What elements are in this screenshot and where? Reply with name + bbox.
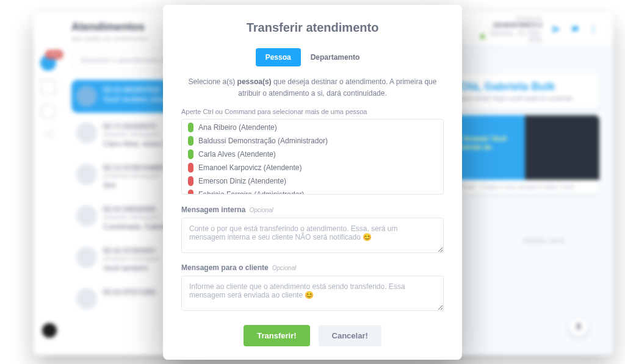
- person-option[interactable]: Emerson Diniz (Atendente): [182, 174, 443, 188]
- svg-point-0: [593, 26, 594, 27]
- chat-icon[interactable]: [571, 24, 580, 35]
- modal-tabs: Pessoa Departamento: [181, 48, 444, 66]
- avatar: [76, 164, 97, 185]
- person-option[interactable]: Ana Ribeiro (Atendente): [182, 121, 443, 134]
- online-dot-icon: [480, 34, 485, 39]
- person-option[interactable]: Baldussi Demonstração (Administrador): [182, 134, 443, 148]
- transfer-modal: Transferir atendimento Pessoa Departamen…: [163, 5, 462, 360]
- nav-rail: 2454: [34, 12, 63, 355]
- presence-pill-icon: [188, 176, 193, 186]
- rail-icon[interactable]: [40, 79, 56, 95]
- modal-title: Transferir atendimento: [181, 21, 444, 35]
- client-msg-input[interactable]: [181, 276, 444, 311]
- multiselect-hint: Aperte Ctrl ou Command para selecionar m…: [181, 108, 444, 115]
- avatar: [76, 247, 97, 268]
- cancel-button[interactable]: Cancelar!: [319, 325, 381, 346]
- tab-person[interactable]: Pessoa: [256, 48, 301, 66]
- presence-pill-icon: [188, 149, 193, 159]
- person-option[interactable]: Fabricio Ferreira (Administrador): [182, 188, 443, 194]
- modal-actions: Transferir! Cancelar!: [181, 325, 444, 346]
- status-fab[interactable]: [42, 323, 57, 338]
- people-listbox[interactable]: Ana Ribeiro (Atendente)Baldussi Demonstr…: [181, 119, 444, 194]
- client-msg-label: Mensagem para o clienteOpcional: [181, 263, 444, 272]
- presence-pill-icon: [188, 163, 193, 173]
- date-chip: 03/2024, 14:24: [523, 238, 564, 244]
- avatar: [76, 205, 97, 226]
- internal-msg-label: Mensagem internaOpcional: [181, 205, 444, 214]
- inbox-count-badge: 2454: [45, 50, 63, 59]
- avatar: [76, 288, 97, 309]
- person-option[interactable]: Carla Alves (Atendente): [182, 148, 443, 161]
- svg-point-2: [593, 31, 594, 32]
- inbox-rail-icon[interactable]: 2454: [40, 55, 56, 71]
- avatar: [76, 86, 97, 107]
- presence-pill-icon: [188, 190, 193, 194]
- person-option[interactable]: Emanoel Karpovicz (Atendente): [182, 161, 443, 174]
- rail-icon[interactable]: [40, 104, 56, 120]
- more-icon[interactable]: [589, 24, 598, 35]
- presence-pill-icon: [188, 136, 193, 146]
- protocol-block: Protocolo 2024030789073 4 Gabriela - 41 …: [480, 15, 542, 43]
- svg-point-1: [593, 29, 594, 30]
- modal-instruction: Selecione a(s) pessoa(s) que deseja dest…: [181, 76, 444, 99]
- avatar: [76, 123, 97, 143]
- send-icon[interactable]: [552, 24, 561, 35]
- tab-department[interactable]: Departamento: [301, 48, 370, 66]
- internal-msg-input[interactable]: [181, 218, 444, 253]
- mic-button[interactable]: [569, 317, 588, 337]
- presence-pill-icon: [188, 123, 193, 132]
- transfer-button[interactable]: Transferir!: [244, 325, 309, 346]
- rail-exit-icon[interactable]: [42, 128, 55, 141]
